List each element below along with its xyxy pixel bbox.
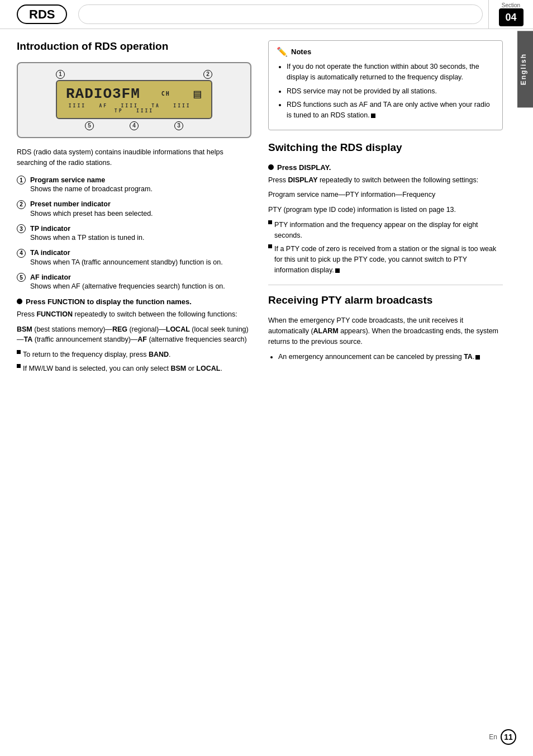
item-title-1: Program service name xyxy=(30,176,105,184)
intro-description: RDS (radio data system) contains inaudib… xyxy=(17,147,251,168)
radio-display-box: RADIO3FM CH ▤ IIII AF IIII TA IIII TP II… xyxy=(56,80,212,119)
notes-box: ✏️ Notes If you do not operate the funct… xyxy=(268,40,503,130)
top-header: RDS Section 04 xyxy=(0,0,533,29)
right-column: ✏️ Notes If you do not operate the funct… xyxy=(268,40,503,382)
press-display-bullet: Press DISPLAY. xyxy=(268,163,503,172)
circle-2: 2 xyxy=(203,70,212,79)
divider-line xyxy=(268,285,503,285)
item-title-2: Preset number indicator xyxy=(30,200,111,208)
item-header-2: 2 Preset number indicator xyxy=(17,200,251,209)
notes-icon: ✏️ xyxy=(277,46,288,57)
bottom-bar: En 11 xyxy=(0,729,533,745)
square-bullet-sw1 xyxy=(268,220,272,224)
notes-header: ✏️ Notes xyxy=(277,46,494,57)
switching-body2: Program service name—PTY information—Fre… xyxy=(268,190,503,200)
numbered-item-3: 3 TP indicator Shows when a TP station i… xyxy=(17,224,251,243)
item-circle-4: 4 xyxy=(17,249,26,258)
bullet-dot-function xyxy=(17,299,22,304)
item-title-3: TP indicator xyxy=(30,225,70,233)
item-circle-5: 5 xyxy=(17,273,26,282)
end-square-switching xyxy=(335,268,340,273)
notes-item-1: If you do not operate the function withi… xyxy=(287,62,494,83)
intro-title: Introduction of RDS operation xyxy=(17,40,251,53)
section-indicator: Section 04 xyxy=(488,0,533,29)
press-display-text: Press DISPLAY. xyxy=(277,163,331,172)
circle-5: 5 xyxy=(85,121,94,130)
diag-num-3: 3 xyxy=(174,121,183,130)
item-desc-3: Shows when a TP station is tuned in. xyxy=(30,233,251,243)
rds-text: RDS xyxy=(29,7,55,22)
page-number-area: En 11 xyxy=(489,729,516,745)
item-desc-1: Shows the name of broadcast program. xyxy=(30,185,251,195)
circle-3: 3 xyxy=(174,121,183,130)
ch-label: CH xyxy=(161,91,170,97)
function-square-2: If MW/LW band is selected, you can only … xyxy=(17,363,251,374)
left-column: Introduction of RDS operation 1 2 RADIO3… xyxy=(17,40,251,382)
notes-list: If you do not operate the function withi… xyxy=(277,62,494,121)
switching-title: Switching the RDS display xyxy=(268,141,503,154)
en-label: En xyxy=(489,733,497,741)
function-square-1: To return to the frequency display, pres… xyxy=(17,349,251,360)
numbered-item-5: 5 AF indicator Shows when AF (alternativ… xyxy=(17,273,251,292)
circle-4: 4 xyxy=(130,121,139,130)
preset-icon: ▤ xyxy=(194,87,202,101)
item-header-4: 4 TA indicator xyxy=(17,249,251,258)
pty-body1: When the emergency PTY code broadcasts, … xyxy=(268,315,503,347)
switching-square-text-2: If a PTY code of zero is received from a… xyxy=(274,244,503,275)
square-bullet-sw2 xyxy=(268,244,272,248)
switching-square-text-1: PTY information and the frequency appear… xyxy=(274,220,503,241)
item-header-5: 5 AF indicator xyxy=(17,273,251,282)
function-title-text: Press FUNCTION to display the function n… xyxy=(26,297,192,306)
top-diagram-numbers: 1 2 xyxy=(56,70,212,79)
radio-indicators: IIII AF IIII TA IIII TP IIII xyxy=(66,103,202,114)
item-circle-1: 1 xyxy=(17,176,26,185)
diag-num-4: 4 xyxy=(130,121,139,130)
switching-section: Switching the RDS display Press DISPLAY.… xyxy=(268,141,503,276)
notes-item-2: RDS service may not be provided by all s… xyxy=(287,86,494,97)
radio-display-inner: RADIO3FM CH ▤ xyxy=(66,86,202,102)
bottom-diagram-numbers: 5 4 3 xyxy=(67,121,201,130)
function-body1: Press FUNCTION repeatedly to switch betw… xyxy=(17,309,251,320)
bullet-dot-display xyxy=(268,164,274,170)
pty-section: Receiving PTY alarm broadcasts When the … xyxy=(268,294,503,362)
end-square-pty xyxy=(475,355,480,360)
section-number: 04 xyxy=(499,8,524,26)
function-section: Press FUNCTION to display the function n… xyxy=(17,297,251,374)
item-desc-2: Shows which preset has been selected. xyxy=(30,209,251,219)
radio-diagram: 1 2 RADIO3FM CH ▤ IIII AF IIII TA IIII T… xyxy=(17,62,251,138)
english-text: English xyxy=(520,53,527,85)
numbered-item-2: 2 Preset number indicator Shows which pr… xyxy=(17,200,251,219)
function-bullet-title: Press FUNCTION to display the function n… xyxy=(17,297,251,306)
circle-1: 1 xyxy=(56,70,65,79)
switching-body3: PTY (program type ID code) information i… xyxy=(268,205,503,215)
pty-title: Receiving PTY alarm broadcasts xyxy=(268,294,503,307)
numbered-item-1: 1 Program service name Shows the name of… xyxy=(17,176,251,195)
switching-square-2: If a PTY code of zero is received from a… xyxy=(268,244,503,275)
diag-num-1: 1 xyxy=(56,70,65,79)
square-bullet-1 xyxy=(17,350,21,354)
item-circle-3: 3 xyxy=(17,224,26,233)
item-circle-2: 2 xyxy=(17,200,26,209)
item-desc-4: Shows when TA (traffic announcement stan… xyxy=(30,258,251,268)
item-desc-5: Shows when AF (alternative frequencies s… xyxy=(30,282,251,292)
square-bullet-2 xyxy=(17,364,21,368)
diag-num-5: 5 xyxy=(85,121,94,130)
diag-num-2: 2 xyxy=(203,70,212,79)
section-label: Section xyxy=(502,2,520,8)
item-header-3: 3 TP indicator xyxy=(17,224,251,233)
radio-display-text: RADIO3FM xyxy=(66,86,140,102)
function-square-text-1: To return to the frequency display, pres… xyxy=(23,349,251,360)
page-circle: 11 xyxy=(501,729,516,745)
item-header-1: 1 Program service name xyxy=(17,176,251,185)
end-square-notes xyxy=(371,114,375,118)
switching-square-1: PTY information and the frequency appear… xyxy=(268,220,503,241)
notes-item-3: RDS functions such as AF and TA are only… xyxy=(287,100,494,121)
english-label: English xyxy=(517,31,533,107)
pty-bullet-item: An emergency announcement can be cancele… xyxy=(278,352,503,362)
pty-list: An emergency announcement can be cancele… xyxy=(268,352,503,362)
numbered-item-4: 4 TA indicator Shows when TA (traffic an… xyxy=(17,249,251,268)
switching-body1: Press DISPLAY repeatedly to switch betwe… xyxy=(268,175,503,186)
rds-label: RDS xyxy=(17,4,67,24)
function-body2: BSM (best stations memory)—REG (regional… xyxy=(17,324,251,346)
item-title-5: AF indicator xyxy=(30,273,71,281)
